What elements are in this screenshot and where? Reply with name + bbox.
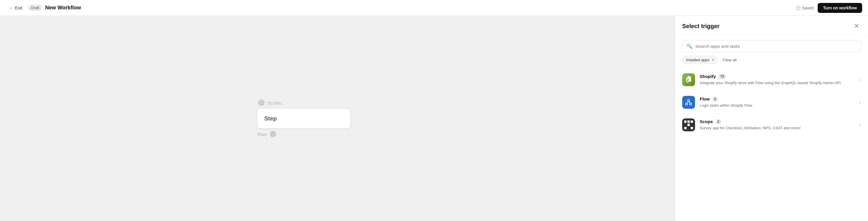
search-input[interactable] (695, 44, 857, 49)
right-panel: Select trigger ✕ 🔍 Installed apps × Clea… (675, 16, 868, 221)
step-then-row: Then (257, 131, 277, 137)
search-icon: 🔍 (687, 44, 692, 49)
step-card[interactable]: Step (257, 108, 350, 129)
app-list: Shopify 75 Integrate your Shopify store … (675, 68, 868, 221)
saved-status: 🕐 Saved (796, 6, 814, 10)
svg-point-2 (690, 103, 692, 105)
workflow-title: New Workflow (45, 5, 81, 11)
flow-app-name: Flow (700, 96, 710, 102)
svg-line-4 (689, 102, 691, 103)
filter-chip-remove[interactable]: × (712, 57, 714, 62)
scope-app-info: Scope 2 Survey app for Checkout, Attribu… (700, 119, 855, 131)
scope-app-name: Scope (700, 119, 713, 124)
flow-chevron-icon: › (859, 99, 861, 106)
step-circle (258, 100, 265, 106)
flow-name-row: Flow 2 (700, 96, 855, 102)
workflow-canvas[interactable]: Do this... Step Then (0, 16, 675, 221)
turn-on-workflow-button[interactable]: Turn on workflow (818, 3, 862, 13)
svg-line-3 (687, 102, 689, 103)
shopify-app-name: Shopify (700, 74, 716, 79)
exit-label: Exit (15, 5, 22, 10)
shopify-chevron-icon: › (859, 77, 861, 83)
shopify-name-row: Shopify 75 (700, 74, 855, 79)
shopify-icon (682, 73, 695, 86)
search-box: 🔍 (682, 40, 861, 52)
topbar-right: 🕐 Saved Turn on workflow (796, 3, 862, 13)
then-circle (270, 131, 276, 137)
scope-app-desc: Survey app for Checkout, Attribution, NP… (700, 126, 855, 131)
installed-apps-filter[interactable]: Installed apps × (682, 56, 718, 64)
flow-icon (682, 96, 695, 109)
filter-chip-label: Installed apps (686, 58, 709, 62)
draft-badge: Draft (28, 5, 42, 11)
clear-all-button[interactable]: Clear all (721, 56, 738, 64)
app-item-scope[interactable]: Scope 2 Survey app for Checkout, Attribu… (675, 114, 868, 136)
scope-icon (682, 118, 695, 131)
main-area: Do this... Step Then Select trigger ✕ 🔍 (0, 16, 868, 221)
step-trigger-row: Do this... (257, 100, 285, 106)
svg-point-1 (686, 103, 688, 105)
scope-chevron-icon: › (859, 122, 861, 128)
shopify-app-info: Shopify 75 Integrate your Shopify store … (700, 74, 855, 86)
shopify-count-badge: 75 (718, 74, 726, 79)
svg-point-0 (688, 100, 690, 102)
step-label: Step (264, 115, 277, 122)
shopify-app-desc: Integrate your Shopify store with Flow u… (700, 80, 855, 86)
shopify-icon-graphic (682, 73, 695, 86)
exit-button[interactable]: ← Exit (6, 3, 25, 12)
flow-app-info: Flow 2 Logic tasks within Shopify Flow (700, 96, 855, 108)
flow-app-desc: Logic tasks within Shopify Flow (700, 103, 855, 108)
app-item-flow[interactable]: Flow 2 Logic tasks within Shopify Flow › (675, 91, 868, 114)
then-text: Then (257, 132, 267, 137)
scope-name-row: Scope 2 (700, 119, 855, 124)
saved-text: Saved (802, 6, 814, 10)
topbar-left: ← Exit Draft New Workflow (6, 3, 81, 12)
scope-count-badge: 2 (715, 119, 721, 124)
panel-header: Select trigger ✕ (675, 16, 868, 35)
panel-title: Select trigger (682, 23, 720, 30)
saved-icon: 🕐 (796, 6, 801, 10)
topbar: ← Exit Draft New Workflow 🕐 Saved Turn o… (0, 0, 868, 16)
do-this-text: Do this... (268, 100, 285, 105)
panel-close-button[interactable]: ✕ (852, 22, 861, 30)
step-card-wrapper: Do this... Step Then (257, 100, 350, 137)
filter-row: Installed apps × Clear all (675, 56, 868, 68)
search-container: 🔍 (675, 35, 868, 56)
flow-count-badge: 2 (712, 96, 718, 102)
exit-icon: ← (9, 5, 13, 10)
app-item-shopify[interactable]: Shopify 75 Integrate your Shopify store … (675, 68, 868, 91)
scope-dots-graphic (684, 120, 693, 129)
